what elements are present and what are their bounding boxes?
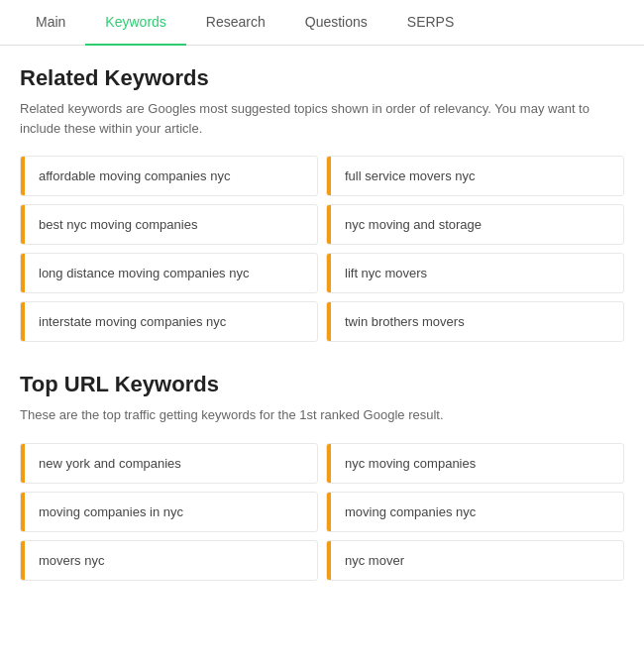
- keyword-label: nyc moving and storage: [331, 205, 495, 244]
- keyword-label: nyc mover: [331, 541, 418, 580]
- keyword-label: interstate moving companies nyc: [25, 302, 240, 341]
- keyword-label: movers nyc: [25, 541, 118, 580]
- keyword-label: long distance moving companies nyc: [25, 254, 263, 292]
- tab-keywords[interactable]: Keywords: [85, 0, 185, 46]
- tab-bar: Main Keywords Research Questions SERPS: [0, 0, 644, 46]
- keyword-label: affordable moving companies nyc: [25, 157, 244, 195]
- keyword-label: full service movers nyc: [331, 157, 488, 195]
- list-item[interactable]: moving companies in nyc: [20, 492, 318, 532]
- list-item[interactable]: affordable moving companies nyc: [20, 156, 318, 196]
- related-keywords-grid: affordable moving companies nyc full ser…: [20, 156, 624, 342]
- main-content: Related Keywords Related keywords are Go…: [0, 46, 644, 630]
- keyword-label: lift nyc movers: [331, 254, 441, 292]
- list-item[interactable]: movers nyc: [20, 540, 318, 581]
- top-url-keywords-title: Top URL Keywords: [20, 372, 624, 397]
- list-item[interactable]: moving companies nyc: [326, 492, 624, 532]
- top-url-keywords-description: These are the top traffic getting keywor…: [20, 405, 624, 425]
- list-item[interactable]: new york and companies: [20, 443, 318, 484]
- list-item[interactable]: nyc moving companies: [326, 443, 624, 484]
- list-item[interactable]: long distance moving companies nyc: [20, 253, 318, 293]
- tab-serps[interactable]: SERPS: [387, 0, 474, 46]
- top-url-keywords-grid: new york and companies nyc moving compan…: [20, 443, 624, 581]
- keyword-label: twin brothers movers: [331, 302, 479, 341]
- keyword-label: best nyc moving companies: [25, 205, 211, 244]
- list-item[interactable]: nyc moving and storage: [326, 204, 624, 245]
- keyword-label: moving companies nyc: [331, 493, 489, 531]
- tab-questions[interactable]: Questions: [285, 0, 387, 46]
- keyword-label: moving companies in nyc: [25, 493, 197, 531]
- keyword-label: new york and companies: [25, 444, 195, 483]
- keyword-label: nyc moving companies: [331, 444, 489, 483]
- list-item[interactable]: full service movers nyc: [326, 156, 624, 196]
- list-item[interactable]: lift nyc movers: [326, 253, 624, 293]
- list-item[interactable]: best nyc moving companies: [20, 204, 318, 245]
- tab-research[interactable]: Research: [186, 0, 285, 46]
- related-keywords-description: Related keywords are Googles most sugges…: [20, 99, 624, 138]
- list-item[interactable]: nyc mover: [326, 540, 624, 581]
- tab-main[interactable]: Main: [16, 0, 85, 46]
- list-item[interactable]: interstate moving companies nyc: [20, 301, 318, 342]
- list-item[interactable]: twin brothers movers: [326, 301, 624, 342]
- related-keywords-title: Related Keywords: [20, 65, 624, 91]
